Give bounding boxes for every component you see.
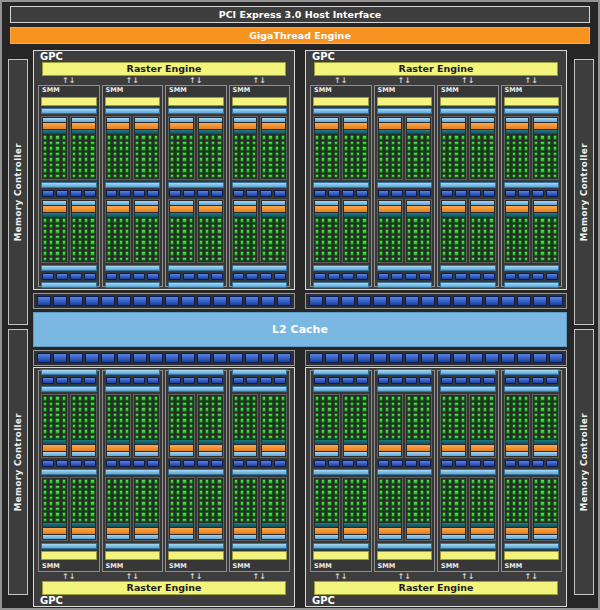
cuda-core (113, 507, 117, 512)
cuda-core (125, 157, 129, 162)
cuda-core-grid (344, 135, 367, 178)
register-file-bar (471, 213, 494, 217)
cuda-core (182, 435, 186, 440)
cuda-core (107, 251, 111, 256)
cuda-core (199, 229, 203, 234)
processing-block (342, 394, 369, 458)
cuda-core (534, 257, 538, 262)
cuda-core (489, 135, 493, 140)
cuda-core (141, 218, 145, 223)
cuda-core (442, 490, 446, 495)
cuda-core (107, 402, 111, 407)
cuda-core (55, 224, 59, 229)
instruction-buffer-bar (506, 535, 529, 539)
cuda-core (281, 518, 285, 523)
cuda-core (391, 218, 395, 223)
cuda-core-grid (506, 218, 529, 261)
cuda-core (540, 396, 544, 401)
cuda-core (327, 141, 331, 146)
processing-block-row (502, 199, 562, 263)
cuda-core (78, 479, 82, 484)
cuda-core (189, 429, 193, 434)
texture-unit-block (419, 190, 431, 197)
cuda-core (356, 240, 360, 245)
instruction-buffer-bar (107, 201, 130, 205)
texture-unit-block (246, 460, 258, 467)
cuda-core (72, 168, 76, 173)
cuda-core (49, 507, 53, 512)
processing-block (313, 199, 340, 263)
polymorph-engine-bar (232, 551, 288, 560)
processing-block-row (166, 116, 226, 180)
cuda-core (344, 163, 348, 168)
instruction-buffer-bar (107, 535, 130, 539)
register-file-bar (72, 523, 95, 527)
cuda-core (489, 251, 493, 256)
cuda-core (246, 402, 250, 407)
cuda-core (217, 512, 221, 517)
cuda-core (182, 174, 186, 179)
cuda-core (262, 501, 266, 506)
cuda-core (199, 496, 203, 501)
cuda-core (321, 485, 325, 490)
cuda-core (547, 501, 551, 506)
cuda-core (540, 135, 544, 140)
updown-arrows-icon: ↑↓ (501, 76, 563, 85)
rop-block (389, 353, 403, 363)
cuda-core (321, 257, 325, 262)
texture-unit-block (211, 273, 223, 280)
cuda-core (189, 424, 193, 429)
polymorph-engine-bar (313, 551, 369, 560)
cuda-core (84, 402, 88, 407)
cuda-core (125, 490, 129, 495)
cuda-core (413, 163, 417, 168)
cuda-core (518, 490, 522, 495)
cuda-core (420, 501, 424, 506)
rop-block (213, 353, 227, 363)
cuda-core (275, 402, 279, 407)
cuda-core (540, 224, 544, 229)
warp-scheduler-bar (534, 206, 557, 212)
warp-scheduler-bar (262, 528, 285, 534)
cuda-core (199, 501, 203, 506)
cuda-core (43, 229, 47, 234)
cuda-core (356, 257, 360, 262)
cuda-core (407, 496, 411, 501)
shared-memory-bar (504, 386, 560, 392)
cuda-core (135, 157, 139, 162)
cuda-core (350, 501, 354, 506)
cuda-core (407, 424, 411, 429)
cuda-core (90, 485, 94, 490)
cuda-core (281, 218, 285, 223)
cuda-core (512, 402, 516, 407)
cuda-core (524, 424, 528, 429)
cuda-core (205, 518, 209, 523)
processing-block-row (39, 116, 99, 180)
cuda-core (43, 218, 47, 223)
texture-unit-block (260, 377, 272, 384)
cuda-core (55, 251, 59, 256)
processing-block (405, 477, 432, 541)
cuda-core (461, 152, 465, 157)
cuda-core (252, 435, 256, 440)
polymorph-engine-bar (377, 551, 433, 560)
cuda-core (397, 518, 401, 523)
register-file-bar (135, 523, 158, 527)
cuda-core (477, 485, 481, 490)
cuda-core (524, 407, 528, 412)
cuda-core (344, 490, 348, 495)
cuda-core (442, 407, 446, 412)
cuda-core (344, 418, 348, 423)
cuda-core (524, 396, 528, 401)
cuda-core (315, 235, 319, 240)
cuda-core (407, 396, 411, 401)
cuda-core (344, 424, 348, 429)
processing-block-row (230, 199, 290, 263)
cuda-core (281, 435, 285, 440)
cuda-core (148, 218, 152, 223)
memory-controller-bar: Memory Controller (8, 59, 28, 325)
cuda-core (327, 518, 331, 523)
cuda-core (524, 257, 528, 262)
cuda-core (356, 224, 360, 229)
cuda-core (199, 407, 203, 412)
